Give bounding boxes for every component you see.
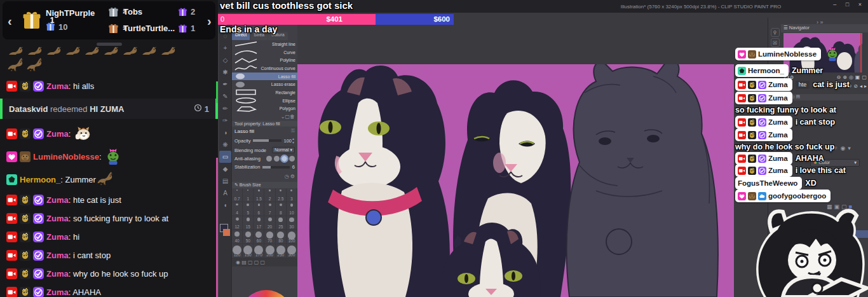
- brush-size-1[interactable]: 1: [243, 188, 254, 202]
- chat-username[interactable]: Zuma: [46, 232, 69, 242]
- subtool-item-curve[interactable]: Curve: [232, 48, 297, 57]
- tool-icon-11[interactable]: ▭: [219, 151, 231, 163]
- chat-username[interactable]: Zuma: [46, 251, 69, 260]
- subtool-item-rectangle[interactable]: Rectangle: [232, 88, 297, 97]
- lock-icon[interactable]: ⚿: [291, 128, 295, 134]
- aa-option-weak[interactable]: [274, 156, 280, 162]
- brush-size-30[interactable]: 30: [287, 216, 297, 230]
- aa-option-none[interactable]: [266, 156, 272, 162]
- leaderboard-prev-arrow[interactable]: ‹: [8, 14, 12, 29]
- tool-icon-3[interactable]: ◇: [219, 54, 231, 66]
- opacity-slider[interactable]: [253, 139, 281, 142]
- leaderboard-drag-handle[interactable]: [97, 43, 122, 46]
- leaderboard-name-3[interactable]: TurtleTurtle...: [123, 24, 175, 33]
- brush-size-10[interactable]: 10: [287, 202, 297, 216]
- secondary-color-swatch[interactable]: [223, 229, 230, 236]
- brush-size-70[interactable]: 70: [264, 230, 275, 244]
- aa-option-strong[interactable]: [289, 156, 295, 162]
- csp-canvas-area[interactable]: [297, 18, 768, 297]
- chat-username[interactable]: Zuma: [46, 269, 69, 279]
- stabilization-slider[interactable]: [262, 166, 289, 169]
- tool-property-header[interactable]: Tool property: Lasso fill: [232, 121, 297, 127]
- tool-icon-10[interactable]: ❋: [219, 139, 231, 151]
- leaderboard-name-2[interactable]: Tobs: [123, 7, 142, 17]
- brush-size-25[interactable]: 25: [276, 216, 287, 230]
- tool-icon-14[interactable]: A: [219, 187, 231, 199]
- chat-username[interactable]: Zuma: [46, 287, 69, 297]
- brush-size-1.5[interactable]: 1.5: [254, 188, 264, 202]
- chat-username[interactable]: Zuma: [46, 214, 69, 223]
- overlay-chat-row: Hermoon_Zummer: [735, 64, 823, 77]
- tool-icon-6[interactable]: ✎: [219, 90, 231, 102]
- brush-size-60[interactable]: 60: [254, 230, 264, 244]
- brush-size-17[interactable]: 17: [254, 216, 264, 230]
- brush-size-0.7[interactable]: 0.7: [232, 188, 243, 202]
- subtool-item-lasso-erase[interactable]: Lasso erase: [232, 80, 297, 88]
- tool-icon-9[interactable]: ◑: [219, 127, 231, 139]
- chat-username[interactable]: LumineNoblesse: [33, 152, 99, 162]
- subtool-item-polyline[interactable]: Polyline: [232, 56, 297, 64]
- tool-icon-5[interactable]: ✒: [219, 78, 231, 90]
- tool-icon-8[interactable]: ✑: [219, 114, 231, 127]
- tool-icon-4[interactable]: ✱: [219, 66, 231, 78]
- brush-size-80[interactable]: 80: [276, 230, 287, 244]
- goat-emote: [141, 47, 158, 55]
- camera-badge: [6, 128, 17, 139]
- brush-size-4[interactable]: 4: [232, 202, 243, 216]
- blending-mode-dropdown[interactable]: Normal ▾: [272, 147, 295, 153]
- tool-icon-7[interactable]: ✏: [219, 102, 231, 114]
- redeem-verb: redeemed: [48, 104, 90, 114]
- redeem-user[interactable]: Dataskvid: [9, 104, 48, 114]
- brush-size-300[interactable]: 300: [287, 244, 297, 258]
- brush-panel-footer-icons[interactable]: ◉ ▤ ▢ ▢ ▢: [232, 258, 297, 266]
- chat-username[interactable]: Zuma: [46, 195, 69, 205]
- brush-size-2[interactable]: 2: [264, 188, 275, 202]
- subtool-item-continuous-curve[interactable]: Continuous curve: [232, 64, 297, 73]
- chat-username[interactable]: Zuma: [46, 129, 69, 139]
- overlay-chat-chip: hte: [796, 81, 810, 89]
- brush-size-200[interactable]: 200: [264, 244, 275, 258]
- subtool-footer-icons[interactable]: ⌄▢🗑: [232, 113, 297, 121]
- tool-icon-15[interactable]: ◖: [219, 199, 231, 211]
- subtool-item-lasso-fill[interactable]: Lasso fill: [232, 73, 297, 81]
- cat-painting-canvas[interactable]: [297, 18, 768, 297]
- brush-size-250[interactable]: 250: [276, 244, 287, 258]
- brush-size-6[interactable]: 6: [254, 202, 264, 216]
- gray-sketch-cat: [567, 60, 718, 297]
- chat-username[interactable]: Hermoon_: [20, 175, 60, 184]
- subgift-badge: [20, 195, 31, 205]
- tool-icon-2[interactable]: +: [219, 42, 231, 54]
- verified-badge: [758, 94, 766, 102]
- subtool-item-ellipse[interactable]: Ellipse: [232, 97, 297, 105]
- tool-property-footer-icons[interactable]: ◷ ⚙: [232, 171, 297, 182]
- brush-size-20[interactable]: 20: [264, 216, 275, 230]
- tool-icon-12[interactable]: ◆: [219, 163, 231, 175]
- brush-size-170[interactable]: 170: [254, 244, 264, 258]
- opacity-value[interactable]: 100: [284, 138, 292, 144]
- brush-size-8[interactable]: 8: [276, 202, 287, 216]
- brush-size-2.5[interactable]: 2.5: [276, 188, 287, 202]
- brush-size-150[interactable]: 150: [243, 244, 254, 258]
- brush-size-50[interactable]: 50: [243, 230, 254, 244]
- leaderboard-name-1[interactable]: NighTPurple: [46, 8, 95, 18]
- brush-size-7[interactable]: 7: [264, 202, 275, 216]
- brush-size-12[interactable]: 12: [232, 216, 243, 230]
- brush-size-15[interactable]: 15: [243, 216, 254, 230]
- subtool-list[interactable]: Straight lineCurvePolylineContinuous cur…: [232, 40, 297, 113]
- brush-size-3[interactable]: 3: [287, 188, 297, 202]
- chat-username[interactable]: Zuma: [46, 81, 69, 91]
- leaderboard-next-arrow[interactable]: ›: [207, 14, 212, 29]
- brush-size-40[interactable]: 40: [232, 230, 243, 244]
- brush-size-5[interactable]: 5: [243, 202, 254, 216]
- subtool-item-straight-line[interactable]: Straight line: [232, 40, 297, 48]
- stabilization-value[interactable]: 6: [292, 164, 295, 170]
- aa-option-medium[interactable]: [281, 156, 287, 162]
- csp-toolbar[interactable]: ○◌+◇✱✒✎✏✑◑❋▭◆▤A◖: [219, 18, 231, 297]
- gift-leaderboard[interactable]: ‹ › 1 NighTPurple 10 2 Tobs 2 3: [3, 1, 215, 39]
- brush-size-header[interactable]: ✎ Brush Size: [232, 182, 297, 188]
- subtool-item-polygon[interactable]: Polygon: [232, 105, 297, 113]
- brush-size-120[interactable]: 120: [232, 244, 243, 258]
- stream-video[interactable]: Illustration* (5760 x 3240px 500dpi 23.8…: [218, 0, 868, 297]
- tool-icon-13[interactable]: ▤: [219, 175, 231, 187]
- brush-size-100[interactable]: 100: [287, 230, 297, 244]
